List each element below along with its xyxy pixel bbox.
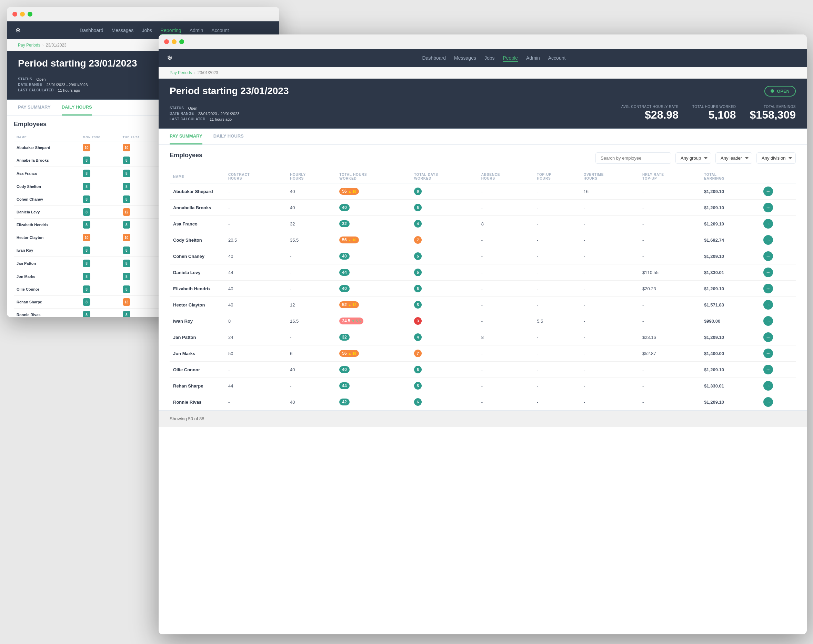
cell-action[interactable]: → — [760, 329, 796, 345]
cell-totaldays: 3 — [411, 313, 478, 329]
navigate-button[interactable]: → — [763, 300, 773, 310]
cell-hrlyrate: - — [639, 248, 701, 264]
cell-hourly: 40 — [287, 362, 336, 378]
nav-admin-2[interactable]: Admin — [526, 54, 540, 62]
breadcrumb-parent-2[interactable]: Pay Periods — [170, 71, 192, 75]
navigate-button[interactable]: → — [763, 251, 773, 261]
cell-name: Jon Marks — [170, 345, 225, 362]
tab-paysummary-1[interactable]: PAY SUMMARY — [18, 100, 51, 115]
close-icon-2[interactable] — [164, 39, 169, 44]
cell-hrlyrate: $23.16 — [639, 329, 701, 345]
col-contract-2: CONTRACTHOURS — [225, 170, 287, 183]
cell-action[interactable]: → — [760, 345, 796, 362]
nav-jobs-1[interactable]: Jobs — [142, 26, 152, 34]
cell-earnings: $1,400.00 — [701, 345, 760, 362]
employees-table-area-2[interactable]: NAME CONTRACTHOURS HOURLYHOURS TOTAL HOU… — [170, 170, 796, 410]
navigate-button[interactable]: → — [763, 219, 773, 228]
breadcrumb-parent-1[interactable]: Pay Periods — [18, 43, 40, 48]
navigate-button[interactable]: → — [763, 316, 773, 326]
nav-account-2[interactable]: Account — [548, 54, 566, 62]
nav-messages-2[interactable]: Messages — [454, 54, 476, 62]
cell-contract: 50 — [225, 345, 287, 362]
fullscreen-icon-2[interactable] — [179, 39, 184, 44]
cell-action[interactable]: → — [760, 281, 796, 297]
cell-action[interactable]: → — [760, 183, 796, 199]
cell-name: Iwan Roy — [170, 313, 225, 329]
cell-action[interactable]: → — [760, 232, 796, 248]
navigate-button[interactable]: → — [763, 187, 773, 196]
col-name-1: NAME — [14, 133, 80, 141]
meta-left-1: STATUS Open DATE RANGE 23/01/2023 - 29/0… — [18, 77, 87, 92]
nav-reporting-1[interactable]: Reporting — [160, 26, 181, 34]
cell-hrlyrate: - — [639, 378, 701, 394]
cell-action[interactable]: → — [760, 313, 796, 329]
cell-earnings: $1,209.10 — [701, 394, 760, 410]
nav-account-1[interactable]: Account — [211, 26, 229, 34]
cell-name: Rehan Sharpe — [14, 296, 80, 308]
cell-contract: 24 — [225, 329, 287, 345]
search-input-2[interactable] — [595, 152, 671, 164]
navigate-button[interactable]: → — [763, 365, 773, 374]
cell-totalhours: 56 ▲ 16 — [336, 183, 411, 199]
tab-dailyhours-2[interactable]: DAILY HOURS — [213, 129, 244, 144]
cell-hourly: 16.5 — [287, 313, 336, 329]
cell-name: Annabella Brooks — [170, 199, 225, 216]
minimize-icon-2[interactable] — [172, 39, 176, 44]
nav-dashboard-1[interactable]: Dashboard — [80, 26, 103, 34]
navigate-button[interactable]: → — [763, 235, 773, 245]
col-totalhours-2: TOTAL HOURSWORKED — [336, 170, 411, 183]
minimize-icon[interactable] — [20, 12, 25, 17]
cell-name: Jon Marks — [14, 270, 80, 283]
cell-action[interactable]: → — [760, 297, 796, 313]
cell-action[interactable]: → — [760, 248, 796, 264]
cell-earnings: $1,692.74 — [701, 232, 760, 248]
cell-action[interactable]: → — [760, 216, 796, 232]
cell-totaldays: 4 — [411, 329, 478, 345]
fullscreen-icon[interactable] — [28, 12, 32, 17]
cell-absence: - — [478, 394, 534, 410]
cell-earnings: $1,571.83 — [701, 297, 760, 313]
tab-dailyhours-1[interactable]: DAILY HOURS — [62, 100, 92, 115]
navigate-button[interactable]: → — [763, 268, 773, 277]
cell-contract: 8 — [225, 313, 287, 329]
navigate-button[interactable]: → — [763, 397, 773, 407]
cell-hrlyrate: - — [639, 297, 701, 313]
nav-messages-1[interactable]: Messages — [112, 26, 134, 34]
cell-absence: 8 — [478, 329, 534, 345]
employees-section-2: Employees Any group Any leader Any divis… — [159, 145, 807, 410]
cell-overtime: - — [580, 378, 639, 394]
cell-contract: 40 — [225, 281, 287, 297]
navigate-button[interactable]: → — [763, 203, 773, 212]
nav-dashboard-2[interactable]: Dashboard — [422, 54, 446, 62]
nav-people-2[interactable]: People — [503, 54, 518, 62]
nav-links-1: Dashboard Messages Jobs Reporting Admin … — [38, 26, 271, 34]
nav-admin-1[interactable]: Admin — [190, 26, 203, 34]
table-row: Asa Franco - 32 32 4 8 - - - $1,209.10 → — [170, 216, 796, 232]
cell-action[interactable]: → — [760, 199, 796, 216]
cell-hourly: - — [287, 264, 336, 281]
logo-1: ❄ — [15, 26, 21, 34]
cell-hours: 8 — [80, 167, 120, 180]
cell-earnings: $1,209.10 — [701, 362, 760, 378]
nav-jobs-2[interactable]: Jobs — [485, 54, 495, 62]
stat-totalhours-2: TOTAL HOURS WORKED 5,108 — [692, 105, 736, 121]
cell-totalhours: 44 — [336, 264, 411, 281]
navigate-button[interactable]: → — [763, 332, 773, 342]
cell-totalhours: 24.5 ▼ 5.5 — [336, 313, 411, 329]
navigate-button[interactable]: → — [763, 284, 773, 293]
cell-name: Cohen Chaney — [14, 193, 80, 206]
navigate-button[interactable]: → — [763, 348, 773, 358]
tab-paysummary-2[interactable]: PAY SUMMARY — [170, 129, 202, 144]
cell-action[interactable]: → — [760, 362, 796, 378]
cell-name: Abubakar Shepard — [170, 183, 225, 199]
cell-overtime: - — [580, 248, 639, 264]
group-filter-2[interactable]: Any group — [675, 152, 711, 164]
cell-action[interactable]: → — [760, 264, 796, 281]
cell-action[interactable]: → — [760, 378, 796, 394]
division-filter-2[interactable]: Any division — [756, 152, 796, 164]
navigate-button[interactable]: → — [763, 381, 773, 391]
cell-overtime: - — [580, 362, 639, 378]
leader-filter-2[interactable]: Any leader — [715, 152, 752, 164]
close-icon[interactable] — [12, 12, 17, 17]
cell-action[interactable]: → — [760, 394, 796, 410]
